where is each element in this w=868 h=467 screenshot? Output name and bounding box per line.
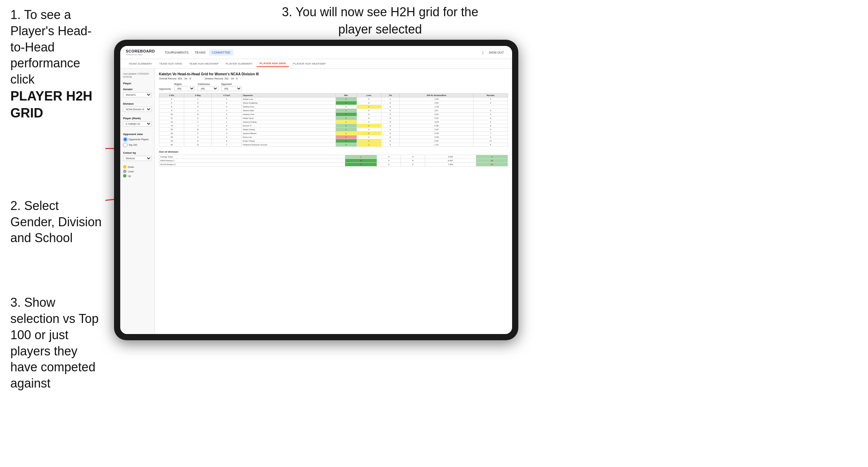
table-row: 18 2 2 Euna Lee 1 0 0 -5.00 2 bbox=[159, 135, 508, 139]
colour-by-select[interactable]: Win/loss bbox=[123, 156, 152, 161]
legend-level-dot bbox=[123, 170, 126, 173]
cell-reg: 6 bbox=[184, 139, 211, 143]
cell-loss: 2 bbox=[357, 124, 381, 128]
cell-diff: 0.38 bbox=[399, 124, 473, 128]
sub-nav-team-heatmap[interactable]: TEAM H2H HEATMAP bbox=[186, 61, 221, 67]
radio-opponents-played[interactable]: Opponents Played bbox=[123, 137, 152, 142]
ood-diff: 7.400 bbox=[425, 163, 476, 166]
logo-text: SCOREBOARD bbox=[126, 49, 155, 53]
cell-rounds: 2 bbox=[473, 120, 508, 124]
cell-diff: 1.50 bbox=[399, 97, 473, 101]
cell-diff: -3.00 bbox=[399, 120, 473, 124]
cell-rounds: 6 bbox=[473, 143, 508, 147]
cell-div: 5 bbox=[159, 101, 184, 105]
ood-tie: 0 bbox=[401, 163, 425, 166]
division-label: Division bbox=[123, 102, 152, 105]
cell-reg: 1 bbox=[184, 132, 211, 135]
cell-div: 9 bbox=[159, 109, 184, 113]
filter-opponent-select[interactable]: (All) bbox=[221, 86, 242, 91]
cell-loss: 0 bbox=[357, 120, 381, 124]
colour-legend: Down Level Up bbox=[123, 165, 152, 178]
filter-region: Region (All) bbox=[174, 83, 195, 91]
filter-region-select[interactable]: (All) bbox=[174, 86, 195, 91]
cell-opponent: Emily Chang bbox=[242, 139, 336, 143]
filter-conference-label: Conference bbox=[198, 83, 218, 85]
cell-reg: 6 bbox=[184, 113, 211, 116]
overall-record: Overall Record: 353 - 34 - 6 bbox=[159, 77, 191, 80]
cell-loss: 0 bbox=[357, 97, 381, 101]
ood-win: 15 bbox=[345, 159, 377, 163]
tablet-screen: SCOREBOARD Powered by clippd TOURNAMENTS… bbox=[120, 46, 512, 334]
cell-win: 1 bbox=[336, 116, 357, 120]
cell-div: 18 bbox=[159, 135, 184, 139]
filter-opponent: Opponent (All) bbox=[221, 83, 242, 91]
cell-reg: 11 bbox=[184, 143, 211, 147]
cell-div: 15 bbox=[159, 128, 184, 132]
cell-div: 3 bbox=[159, 97, 184, 101]
cell-tie: 0 bbox=[381, 139, 399, 143]
sub-nav-team-h2h[interactable]: TEAM H2H GRID bbox=[157, 61, 185, 67]
out-of-division-table: Foreign Team 1 0 0 4.500 2 NAIA Division… bbox=[159, 155, 508, 166]
ood-win: 1 bbox=[345, 155, 377, 159]
cell-conf: 2 bbox=[211, 101, 242, 105]
cell-diff: 4.00 bbox=[399, 113, 473, 116]
step1-bold: PLAYER H2H GRID bbox=[10, 88, 104, 122]
sign-out[interactable]: Sign out bbox=[486, 49, 507, 56]
cell-reg: 2 bbox=[184, 135, 211, 139]
sub-nav-team-summary[interactable]: TEAM SUMMARY bbox=[126, 61, 155, 67]
ood-table-row: NCAA Division 2 5 0 0 7.400 10 bbox=[159, 163, 508, 166]
app-logo: SCOREBOARD Powered by clippd bbox=[126, 49, 155, 55]
col-diff: Diff Av Strokes/Rnd bbox=[399, 94, 473, 97]
sub-nav-player-heatmap[interactable]: PLAYER H2H HEATMAP bbox=[290, 61, 329, 67]
cell-rounds: 2 bbox=[473, 135, 508, 139]
app-nav: SCOREBOARD Powered by clippd TOURNAMENTS… bbox=[120, 46, 512, 59]
cell-tie: 0 bbox=[381, 109, 399, 113]
cell-rounds: 11 bbox=[473, 139, 508, 143]
cell-opponent: Federica Domecq Lacroze bbox=[242, 143, 336, 147]
cell-win: 1 bbox=[336, 101, 357, 105]
cell-win: 4 bbox=[336, 139, 357, 143]
ood-loss: 0 bbox=[377, 159, 401, 163]
cell-opponent: Stella Cheng bbox=[242, 128, 336, 132]
ood-tie: 0 bbox=[401, 159, 425, 163]
opponent-view-label: Opponent view bbox=[123, 133, 152, 136]
gender-select[interactable]: Women's bbox=[123, 92, 152, 97]
cell-reg: 2 bbox=[184, 101, 211, 105]
cell-diff: 3.25 bbox=[399, 128, 473, 132]
radio-top100[interactable]: Top 100 bbox=[123, 143, 152, 147]
cell-tie: 0 bbox=[381, 105, 399, 109]
player-rank-select[interactable]: 8. Katelyn Vo bbox=[123, 121, 152, 126]
ood-loss: 0 bbox=[377, 163, 401, 166]
cell-conf: 7 bbox=[211, 143, 242, 147]
table-row: 13 1 1 Jessica Huang 1 0 0 -3.00 2 bbox=[159, 120, 508, 124]
legend-up-label: Up bbox=[128, 175, 131, 177]
sub-nav-player-h2h[interactable]: PLAYER H2H GRID bbox=[257, 60, 289, 67]
sub-nav-player-summary[interactable]: PLAYER SUMMARY bbox=[223, 61, 255, 67]
nav-committee[interactable]: COMMITTEE bbox=[209, 49, 233, 56]
ood-label: NCAA Division 2 bbox=[159, 163, 345, 166]
cell-diff: -1.00 bbox=[399, 105, 473, 109]
cell-opponent: Eunice Yi bbox=[242, 124, 336, 128]
col-div: # Div bbox=[159, 94, 184, 97]
cell-div: 14 bbox=[159, 124, 184, 128]
cell-conf: 5 bbox=[211, 128, 242, 132]
step3-left-block: 3. Show selection vs Top 100 or just pla… bbox=[10, 295, 104, 392]
ood-loss: 0 bbox=[377, 155, 401, 159]
ood-label: Foreign Team bbox=[159, 155, 345, 159]
cell-diff: 1.33 bbox=[399, 143, 473, 147]
cell-win: 1 bbox=[336, 109, 357, 113]
col-opponent: Opponent bbox=[242, 94, 336, 97]
player-rank-label: Player (Rank) bbox=[123, 117, 152, 120]
cell-diff: 4.00 bbox=[399, 101, 473, 105]
cell-rounds: 3 bbox=[473, 116, 508, 120]
cell-loss: 0 bbox=[357, 101, 381, 105]
cell-win: 1 bbox=[336, 97, 357, 101]
nav-teams[interactable]: TEAMS bbox=[192, 49, 208, 56]
nav-tournaments[interactable]: TOURNAMENTS bbox=[162, 49, 191, 56]
cell-div: 20 bbox=[159, 143, 184, 147]
ood-rounds: 30 bbox=[476, 159, 508, 163]
cell-loss: 0 bbox=[357, 128, 381, 132]
filter-conference-select[interactable]: (All) bbox=[198, 86, 218, 91]
division-select[interactable]: NCAA Division III bbox=[123, 107, 152, 112]
ood-win: 5 bbox=[345, 163, 377, 166]
